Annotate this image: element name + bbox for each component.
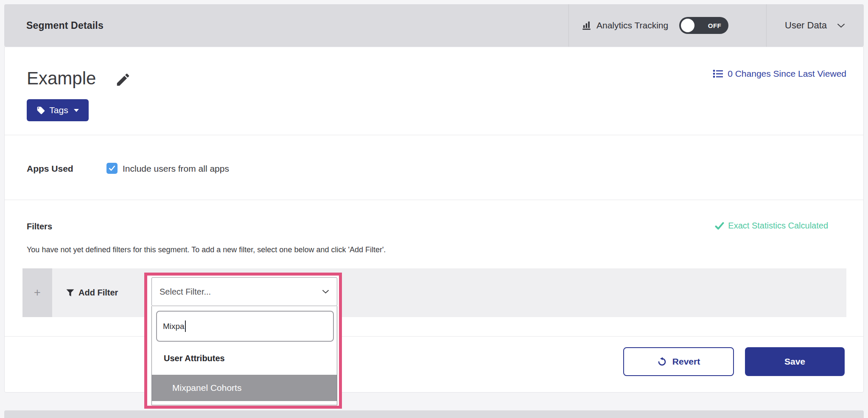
include-all-apps-label: Include users from all apps [123,164,229,174]
exact-statistics-label: Exact Statistics Calculated [728,221,828,231]
segment-details-page: Segment Details Analytics Tracking OFF U… [0,0,868,418]
segment-name: Example [27,68,96,89]
chevron-down-icon [837,23,845,28]
bottom-bar [4,410,864,418]
toggle-state-label: OFF [708,17,722,34]
filter-funnel-icon [66,289,74,297]
change-list-icon [713,69,724,78]
save-button[interactable]: Save [745,347,845,376]
revert-label: Revert [672,357,700,367]
highlight-annotation-box: Select Filter... Mixpa User Attributes M… [144,273,342,409]
page-title: Segment Details [26,4,104,47]
add-filter-button[interactable]: Add Filter [66,268,118,317]
top-bar: Segment Details Analytics Tracking OFF U… [4,4,864,47]
caret-down-icon [74,109,79,112]
analytics-tracking-label: Analytics Tracking [596,20,668,31]
tag-icon [36,106,45,115]
apps-used-label: Apps Used [27,164,73,174]
section-divider [5,336,863,337]
dropdown-option-mixpanel-cohorts[interactable]: Mixpanel Cohorts [152,375,337,401]
topbar-divider [568,4,569,47]
analytics-tracking-group: Analytics Tracking OFF [581,4,728,47]
save-label: Save [784,357,805,367]
bar-chart-icon [581,20,592,31]
revert-undo-icon [657,357,667,367]
toggle-knob [681,19,694,32]
edit-pencil-icon[interactable] [115,72,131,88]
changes-link-label: 0 Changes Since Last Viewed [728,69,846,79]
chevron-down-icon [322,290,329,294]
user-data-dropdown[interactable]: User Data [785,4,845,47]
filter-select[interactable]: Select Filter... [151,277,337,306]
tags-button[interactable]: Tags [27,99,89,121]
analytics-tracking-toggle[interactable]: OFF [679,17,728,34]
add-filter-plus-button[interactable]: + [22,268,52,317]
exact-statistics-badge: Exact Statistics Calculated [715,221,828,231]
filter-search-value: Mixpa [163,322,185,331]
filters-description: You have not yet defined filters for thi… [27,245,386,254]
filter-select-placeholder: Select Filter... [160,287,211,297]
revert-button[interactable]: Revert [623,347,734,376]
filters-heading: Filters [27,222,52,231]
topbar-divider [766,4,767,47]
dropdown-group-header: User Attributes [164,354,225,363]
section-divider [5,200,863,200]
include-all-apps-checkbox[interactable] [106,163,118,174]
text-cursor [185,320,186,332]
add-filter-label: Add Filter [78,288,118,298]
filter-dropdown-panel: Mixpa User Attributes Mixpanel Cohorts [151,306,337,405]
segment-details-card: Example Tags 0 Changes Si [4,47,864,393]
check-icon [108,164,116,172]
user-data-label: User Data [785,20,827,31]
tags-button-label: Tags [49,105,68,115]
filter-search-input[interactable]: Mixpa [156,311,334,342]
section-divider [5,135,863,135]
changes-since-last-viewed-link[interactable]: 0 Changes Since Last Viewed [713,67,846,80]
check-icon [715,222,724,230]
